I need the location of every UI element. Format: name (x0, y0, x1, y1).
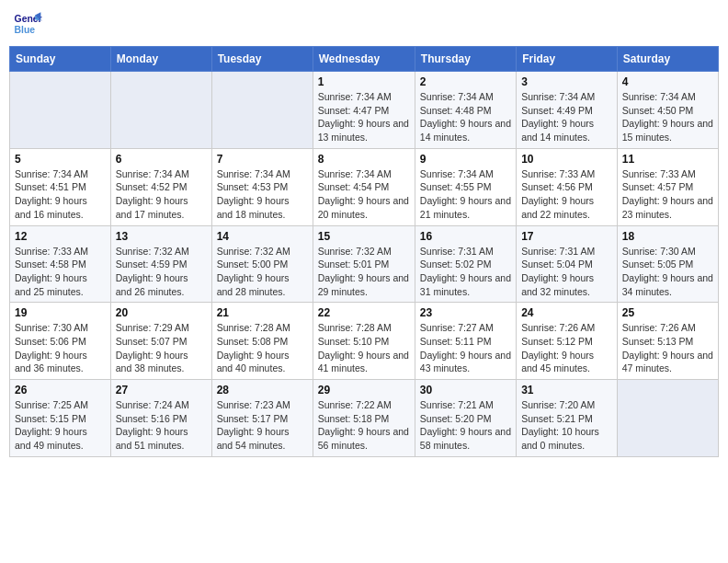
week-row-5: 26Sunrise: 7:25 AMSunset: 5:15 PMDayligh… (10, 380, 719, 457)
day-info: Sunrise: 7:34 AMSunset: 4:55 PMDaylight:… (420, 167, 511, 222)
day-info: Sunrise: 7:31 AMSunset: 5:04 PMDaylight:… (521, 245, 612, 299)
day-number: 11 (622, 153, 713, 166)
day-info: Sunrise: 7:22 AMSunset: 5:18 PMDaylight:… (318, 398, 410, 453)
day-number: 3 (521, 75, 612, 88)
calendar-cell: 19Sunrise: 7:30 AMSunset: 5:06 PMDayligh… (10, 303, 111, 380)
calendar-cell: 6Sunrise: 7:34 AMSunset: 4:52 PMDaylight… (110, 148, 211, 225)
day-number: 28 (217, 384, 308, 396)
calendar-cell: 3Sunrise: 7:34 AMSunset: 4:49 PMDaylight… (517, 72, 618, 149)
page-header: General Blue (9, 9, 719, 39)
calendar-cell: 7Sunrise: 7:34 AMSunset: 4:53 PMDaylight… (211, 148, 313, 225)
day-number: 10 (521, 153, 612, 166)
day-number: 14 (217, 230, 308, 243)
day-number: 2 (420, 75, 511, 88)
calendar-cell: 26Sunrise: 7:25 AMSunset: 5:15 PMDayligh… (10, 380, 111, 457)
day-number: 29 (318, 384, 410, 396)
week-row-4: 19Sunrise: 7:30 AMSunset: 5:06 PMDayligh… (10, 303, 719, 380)
calendar-cell: 15Sunrise: 7:32 AMSunset: 5:01 PMDayligh… (313, 225, 415, 303)
day-info: Sunrise: 7:34 AMSunset: 4:53 PMDaylight:… (217, 167, 308, 222)
day-number: 19 (15, 306, 106, 319)
calendar-cell: 11Sunrise: 7:33 AMSunset: 4:57 PMDayligh… (617, 148, 718, 225)
calendar-cell (211, 72, 313, 149)
calendar-cell: 14Sunrise: 7:32 AMSunset: 5:00 PMDayligh… (211, 225, 313, 303)
column-header-sunday: Sunday (10, 47, 111, 72)
day-number: 31 (521, 384, 612, 396)
calendar-cell: 27Sunrise: 7:24 AMSunset: 5:16 PMDayligh… (110, 380, 211, 457)
day-info: Sunrise: 7:31 AMSunset: 5:02 PMDaylight:… (420, 245, 511, 299)
week-row-3: 12Sunrise: 7:33 AMSunset: 4:58 PMDayligh… (10, 225, 719, 303)
day-number: 25 (622, 306, 713, 319)
calendar-table: SundayMondayTuesdayWednesdayThursdayFrid… (9, 46, 719, 457)
calendar-cell: 22Sunrise: 7:28 AMSunset: 5:10 PMDayligh… (313, 303, 415, 380)
day-number: 9 (420, 153, 511, 166)
calendar-cell: 1Sunrise: 7:34 AMSunset: 4:47 PMDaylight… (313, 72, 415, 149)
day-info: Sunrise: 7:23 AMSunset: 5:17 PMDaylight:… (217, 398, 308, 453)
day-number: 17 (521, 230, 612, 243)
day-number: 23 (420, 306, 511, 319)
calendar-cell (110, 72, 211, 149)
calendar-cell: 24Sunrise: 7:26 AMSunset: 5:12 PMDayligh… (517, 303, 618, 380)
day-number: 5 (15, 153, 106, 166)
day-info: Sunrise: 7:21 AMSunset: 5:20 PMDaylight:… (420, 398, 511, 453)
day-info: Sunrise: 7:20 AMSunset: 5:21 PMDaylight:… (521, 398, 612, 453)
day-info: Sunrise: 7:34 AMSunset: 4:47 PMDaylight:… (318, 90, 410, 144)
day-number: 20 (116, 306, 207, 319)
day-info: Sunrise: 7:28 AMSunset: 5:10 PMDaylight:… (318, 321, 410, 375)
day-number: 22 (318, 306, 410, 319)
column-header-wednesday: Wednesday (313, 47, 415, 72)
calendar-cell: 29Sunrise: 7:22 AMSunset: 5:18 PMDayligh… (313, 380, 415, 457)
day-number: 12 (15, 230, 106, 243)
week-row-2: 5Sunrise: 7:34 AMSunset: 4:51 PMDaylight… (10, 148, 719, 225)
logo: General Blue (13, 9, 42, 39)
day-info: Sunrise: 7:34 AMSunset: 4:54 PMDaylight:… (318, 167, 410, 222)
calendar-cell: 2Sunrise: 7:34 AMSunset: 4:48 PMDaylight… (415, 72, 516, 149)
day-number: 6 (116, 153, 207, 166)
column-header-thursday: Thursday (415, 47, 516, 72)
day-info: Sunrise: 7:34 AMSunset: 4:48 PMDaylight:… (420, 90, 511, 144)
day-info: Sunrise: 7:29 AMSunset: 5:07 PMDaylight:… (116, 321, 207, 375)
calendar-cell: 23Sunrise: 7:27 AMSunset: 5:11 PMDayligh… (415, 303, 516, 380)
calendar-cell: 5Sunrise: 7:34 AMSunset: 4:51 PMDaylight… (10, 148, 111, 225)
day-number: 1 (318, 75, 410, 88)
day-info: Sunrise: 7:24 AMSunset: 5:16 PMDaylight:… (116, 398, 207, 453)
day-info: Sunrise: 7:26 AMSunset: 5:12 PMDaylight:… (521, 321, 612, 375)
calendar-cell: 30Sunrise: 7:21 AMSunset: 5:20 PMDayligh… (415, 380, 516, 457)
day-info: Sunrise: 7:30 AMSunset: 5:06 PMDaylight:… (15, 321, 106, 375)
day-info: Sunrise: 7:34 AMSunset: 4:52 PMDaylight:… (116, 167, 207, 222)
week-row-1: 1Sunrise: 7:34 AMSunset: 4:47 PMDaylight… (10, 72, 719, 149)
day-info: Sunrise: 7:33 AMSunset: 4:57 PMDaylight:… (622, 167, 713, 222)
calendar-cell: 9Sunrise: 7:34 AMSunset: 4:55 PMDaylight… (415, 148, 516, 225)
calendar-cell: 20Sunrise: 7:29 AMSunset: 5:07 PMDayligh… (110, 303, 211, 380)
calendar-cell: 8Sunrise: 7:34 AMSunset: 4:54 PMDaylight… (313, 148, 415, 225)
day-info: Sunrise: 7:27 AMSunset: 5:11 PMDaylight:… (420, 321, 511, 375)
day-number: 24 (521, 306, 612, 319)
day-number: 8 (318, 153, 410, 166)
calendar-cell: 31Sunrise: 7:20 AMSunset: 5:21 PMDayligh… (517, 380, 618, 457)
day-info: Sunrise: 7:32 AMSunset: 4:59 PMDaylight:… (116, 245, 207, 299)
calendar-cell: 16Sunrise: 7:31 AMSunset: 5:02 PMDayligh… (415, 225, 516, 303)
day-info: Sunrise: 7:32 AMSunset: 5:00 PMDaylight:… (217, 245, 308, 299)
day-info: Sunrise: 7:28 AMSunset: 5:08 PMDaylight:… (217, 321, 308, 375)
day-number: 7 (217, 153, 308, 166)
calendar-cell: 28Sunrise: 7:23 AMSunset: 5:17 PMDayligh… (211, 380, 313, 457)
calendar-cell: 13Sunrise: 7:32 AMSunset: 4:59 PMDayligh… (110, 225, 211, 303)
logo-icon: General Blue (13, 9, 42, 39)
calendar-cell: 25Sunrise: 7:26 AMSunset: 5:13 PMDayligh… (617, 303, 718, 380)
calendar-cell: 4Sunrise: 7:34 AMSunset: 4:50 PMDaylight… (617, 72, 718, 149)
day-number: 15 (318, 230, 410, 243)
day-info: Sunrise: 7:34 AMSunset: 4:50 PMDaylight:… (622, 90, 713, 144)
calendar-cell (10, 72, 111, 149)
day-info: Sunrise: 7:26 AMSunset: 5:13 PMDaylight:… (622, 321, 713, 375)
column-header-friday: Friday (517, 47, 618, 72)
day-info: Sunrise: 7:34 AMSunset: 4:51 PMDaylight:… (15, 167, 106, 222)
calendar-cell (617, 380, 718, 457)
day-info: Sunrise: 7:32 AMSunset: 5:01 PMDaylight:… (318, 245, 410, 299)
calendar-cell: 10Sunrise: 7:33 AMSunset: 4:56 PMDayligh… (517, 148, 618, 225)
column-header-monday: Monday (110, 47, 211, 72)
day-info: Sunrise: 7:33 AMSunset: 4:58 PMDaylight:… (15, 245, 106, 299)
day-number: 16 (420, 230, 511, 243)
day-info: Sunrise: 7:30 AMSunset: 5:05 PMDaylight:… (622, 245, 713, 299)
day-info: Sunrise: 7:34 AMSunset: 4:49 PMDaylight:… (521, 90, 612, 144)
calendar-cell: 12Sunrise: 7:33 AMSunset: 4:58 PMDayligh… (10, 225, 111, 303)
svg-text:Blue: Blue (15, 25, 36, 35)
